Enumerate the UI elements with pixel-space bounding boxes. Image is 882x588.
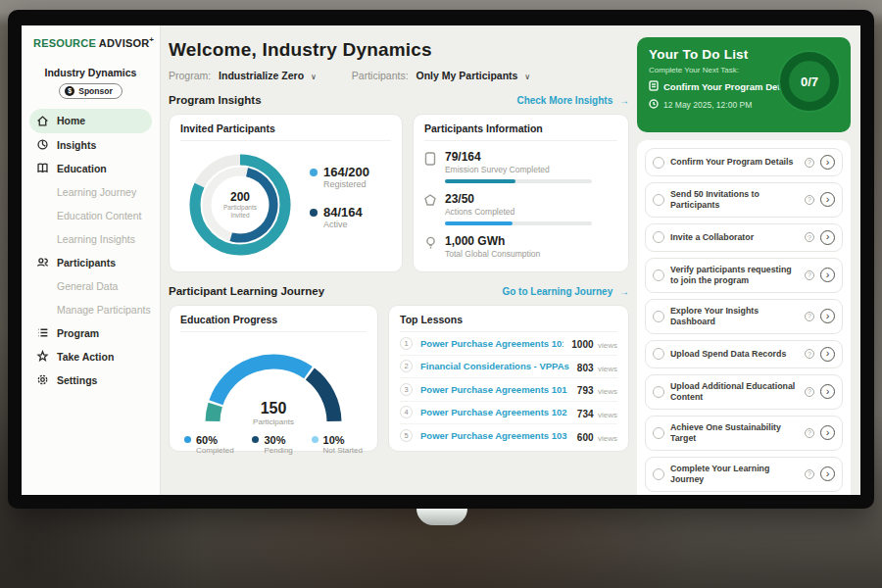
chevron-right-icon[interactable]: › xyxy=(820,268,835,282)
chevron-right-icon[interactable]: › xyxy=(820,230,835,245)
rank-badge: 3 xyxy=(400,383,413,396)
legend-label: Not Started xyxy=(323,446,363,455)
program-value: Industrialize Zero xyxy=(219,70,304,81)
task-checkbox[interactable] xyxy=(653,427,664,439)
lesson-link[interactable]: Power Purchase Agreements 103 xyxy=(420,430,569,441)
legend-item-active: 84/164 Active xyxy=(310,205,369,229)
task-row-invite-collaborator[interactable]: Invite a Collaborator ? › xyxy=(645,223,843,252)
legend-item-pending: 30% Pending xyxy=(252,434,292,455)
lesson-link[interactable]: Power Purchase Agreements 101 xyxy=(420,338,564,349)
legend-item-registered: 164/200 Registered xyxy=(310,165,369,189)
chevron-right-icon[interactable]: › xyxy=(820,347,835,362)
not-started-dot-icon xyxy=(312,436,318,443)
lesson-link[interactable]: Power Purchase Agreements 102 xyxy=(420,407,569,417)
sidebar-item-education[interactable]: Education xyxy=(22,157,160,180)
help-icon[interactable]: ? xyxy=(805,349,814,359)
task-checkbox[interactable] xyxy=(653,348,664,360)
sidebar-item-participants[interactable]: Participants xyxy=(22,251,160,274)
sponsor-badge[interactable]: $ Sponsor xyxy=(59,83,122,99)
stat-value: 1,000 GWh xyxy=(445,234,540,248)
task-checkbox[interactable] xyxy=(653,386,664,398)
go-to-learning-journey-link[interactable]: Go to Learning Journey → xyxy=(502,286,629,297)
participants-icon xyxy=(35,256,49,270)
chevron-right-icon[interactable]: › xyxy=(820,309,835,323)
legend-label: Completed xyxy=(196,446,234,455)
views-count: 1000 xyxy=(571,339,593,350)
sidebar-item-label: Participants xyxy=(57,257,116,269)
gauge-center-value: 150 xyxy=(190,400,357,417)
help-icon[interactable]: ? xyxy=(805,158,814,168)
gauge-center-label: Participants xyxy=(190,417,357,426)
page-title: Welcome, Industry Dynamics xyxy=(169,39,629,61)
help-icon[interactable]: ? xyxy=(805,312,814,321)
logo-secondary: ADVISOR xyxy=(99,37,150,49)
program-insights-header: Program Insights Check More Insights → xyxy=(169,94,629,106)
task-row-upload-spend-data[interactable]: Upload Spend Data Records ? › xyxy=(645,340,843,368)
top-lessons-card: Top Lessons 1 Power Purchase Agreements … xyxy=(388,305,629,452)
lesson-link[interactable]: Power Purchase Agreements 101 xyxy=(420,384,569,395)
legend-label: Active xyxy=(323,220,363,229)
chevron-right-icon[interactable]: › xyxy=(820,466,835,481)
legend-pct: 30% xyxy=(264,434,292,446)
clock-icon xyxy=(649,99,659,111)
help-icon[interactable]: ? xyxy=(805,428,814,438)
help-icon[interactable]: ? xyxy=(805,270,814,280)
sidebar-item-general-data[interactable]: General Data xyxy=(22,274,160,298)
sidebar-item-label: General Data xyxy=(57,280,118,292)
active-dot-icon xyxy=(310,209,318,217)
task-checkbox[interactable] xyxy=(653,311,664,322)
task-icon xyxy=(649,80,659,93)
legend-label: Registered xyxy=(323,179,369,189)
rank-badge: 4 xyxy=(400,406,413,418)
task-label: Confirm Your Program Details xyxy=(670,157,799,168)
task-checkbox[interactable] xyxy=(653,468,664,480)
sidebar-item-settings[interactable]: Settings xyxy=(22,368,160,392)
sidebar-item-learning-insights[interactable]: Learning Insights xyxy=(22,227,160,251)
check-more-insights-link[interactable]: Check More Insights → xyxy=(516,95,629,106)
sidebar-item-take-action[interactable]: Take Action xyxy=(22,345,160,368)
task-row-confirm-program[interactable]: Confirm Your Program Details ? › xyxy=(645,148,843,176)
task-row-explore-insights[interactable]: Explore Your Insights Dashboard ? › xyxy=(645,299,843,334)
task-checkbox[interactable] xyxy=(653,270,664,281)
lesson-link[interactable]: Financial Considerations - VPPAs xyxy=(420,361,569,371)
task-checkbox[interactable] xyxy=(653,157,664,169)
lesson-row: 4 Power Purchase Agreements 102 734 view… xyxy=(400,402,617,425)
sidebar-item-program[interactable]: Program xyxy=(22,321,160,345)
help-icon[interactable]: ? xyxy=(805,469,814,479)
link-label: Go to Learning Journey xyxy=(502,286,612,297)
main-content: Welcome, Industry Dynamics Program: Indu… xyxy=(161,25,637,495)
arrow-right-icon: → xyxy=(619,95,629,106)
sidebar-item-label: Education Content xyxy=(57,210,141,221)
task-label: Upload Spend Data Records xyxy=(670,349,799,360)
task-checkbox[interactable] xyxy=(653,231,664,243)
task-row-achieve-target[interactable]: Achieve One Sustainability Target ? › xyxy=(645,416,843,451)
task-row-upload-educational-content[interactable]: Upload Additional Educational Content ? … xyxy=(645,374,843,410)
insights-cards-row: Invited Participants 200 Participants I xyxy=(169,114,629,272)
views-suffix: views xyxy=(598,365,617,373)
sidebar-item-manage-participants[interactable]: Manage Participants xyxy=(22,298,160,321)
chevron-right-icon[interactable]: › xyxy=(820,425,835,440)
participants-filter[interactable]: Participants: Only My Participants ∨ xyxy=(352,70,530,81)
app-logo: RESOURCE ADVISOR+ xyxy=(22,25,160,57)
help-icon[interactable]: ? xyxy=(805,232,814,242)
task-checkbox[interactable] xyxy=(653,194,664,206)
stat-label: Emission Survey Completed xyxy=(445,165,592,174)
task-row-complete-learning-journey[interactable]: Complete Your Learning Journey ? › xyxy=(645,457,843,492)
sidebar-item-education-content[interactable]: Education Content xyxy=(22,204,160,227)
todo-next-task: Confirm Your Program Details xyxy=(663,81,796,92)
chevron-right-icon[interactable]: › xyxy=(820,155,835,170)
legend-value: 84/164 xyxy=(323,205,363,220)
task-row-verify-participants[interactable]: Verify participants requesting to join t… xyxy=(645,258,843,293)
education-legend: 60% Completed 30% Pending 10% Not Starte… xyxy=(180,434,367,455)
help-icon[interactable]: ? xyxy=(805,195,814,205)
program-filter[interactable]: Program: Industrialize Zero ∨ xyxy=(169,70,317,81)
sidebar-item-insights[interactable]: Insights xyxy=(22,133,160,157)
chevron-right-icon[interactable]: › xyxy=(820,192,835,207)
donut-center-label: Participants xyxy=(223,204,257,212)
help-icon[interactable]: ? xyxy=(805,387,814,397)
task-row-send-invitations[interactable]: Send 50 Invitations to Participants ? › xyxy=(645,182,843,218)
survey-icon xyxy=(424,152,437,183)
sidebar-item-home[interactable]: Home xyxy=(29,109,152,133)
chevron-right-icon[interactable]: › xyxy=(820,384,835,399)
sidebar-item-learning-journey[interactable]: Learning Journey xyxy=(22,180,160,204)
